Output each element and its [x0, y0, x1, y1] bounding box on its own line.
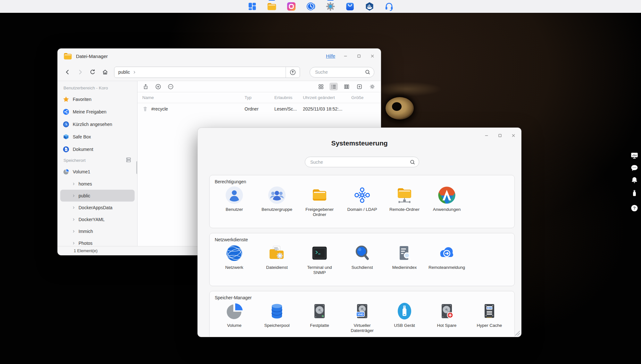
- taskbar-docker[interactable]: [364, 2, 374, 12]
- cp-item-benutzer[interactable]: Benutzer: [216, 186, 253, 212]
- tree-item-label: homes: [79, 181, 92, 186]
- fm-search-box[interactable]: [310, 67, 374, 78]
- cp-item-volume[interactable]: Volume: [216, 302, 253, 328]
- chevron-right-icon[interactable]: [72, 229, 76, 233]
- cp-item-festplatte[interactable]: Festplatte: [301, 302, 338, 328]
- stack-icon[interactable]: [126, 157, 131, 164]
- sidebar-item-favoriten[interactable]: Favoriten: [58, 93, 137, 105]
- side-widget-notifications[interactable]: [629, 176, 639, 185]
- column-view-button[interactable]: [342, 83, 351, 90]
- tree-item-dockerappsdata[interactable]: DockerAppsData: [60, 202, 135, 213]
- chevron-right-icon[interactable]: [72, 194, 76, 198]
- cp-title: Systemsteuerung: [198, 139, 521, 147]
- side-widget-system-monitor[interactable]: [629, 151, 639, 160]
- fm-search-input[interactable]: [314, 69, 365, 75]
- cp-search-input[interactable]: [310, 159, 410, 165]
- chevron-right-icon[interactable]: [72, 218, 76, 221]
- sidebar-item-safe-box[interactable]: Safe Box: [58, 130, 137, 143]
- active-app-indicator: [327, 0, 334, 1]
- maximize-button[interactable]: [497, 133, 503, 138]
- file-manager-titlebar[interactable]: Datei-Manager Hilfe: [58, 49, 381, 63]
- breadcrumb[interactable]: public: [114, 67, 300, 78]
- hyper-cache-icon: SSD: [480, 302, 499, 320]
- taskbar-app-launcher[interactable]: [247, 2, 257, 12]
- cp-item-domain-ldap[interactable]: Domain / LDAP: [344, 186, 381, 212]
- tree-item-dockeryaml[interactable]: DockerYAML: [60, 213, 135, 225]
- tree-item-homes[interactable]: homes: [60, 178, 135, 190]
- cp-item-virtueller-datentr-ger[interactable]: VHDVirtueller Datenträger: [344, 302, 381, 333]
- side-widget-usb-devices[interactable]: [629, 188, 639, 197]
- cp-item-medienindex[interactable]: Medienindex: [386, 244, 423, 270]
- cp-item-dateidienst[interactable]: Dateidienst: [258, 244, 296, 270]
- chevron-right-icon[interactable]: [72, 206, 76, 210]
- cp-item-remote-ordner[interactable]: Remote-Ordner: [386, 186, 423, 212]
- file-row[interactable]: #recycleOrdnerLesen/Sc...2025/11/03 18:5…: [137, 103, 381, 114]
- sidebar-item-label: Kürzlich angesehen: [73, 122, 112, 127]
- cp-item-hot-spare[interactable]: Hot Spare: [428, 302, 465, 328]
- back-chevron-button[interactable]: [64, 69, 71, 76]
- cp-resize-handle[interactable]: [514, 329, 520, 336]
- tree-item-immich[interactable]: Immich: [60, 225, 135, 237]
- grid-view-button[interactable]: [317, 83, 325, 90]
- cp-item-label: Remote-Ordner: [389, 207, 420, 212]
- list-view-button[interactable]: [329, 83, 338, 90]
- share-upload-button[interactable]: [142, 83, 149, 90]
- cp-item-label: Suchdienst: [352, 265, 373, 270]
- sidebar-item-meine-freigaben[interactable]: Meine Freigaben: [58, 105, 137, 118]
- window-title: Datei-Manager: [76, 54, 108, 59]
- cp-item-speicherpool[interactable]: Speicherpool: [258, 302, 296, 328]
- sidebar-item-k-rzlich-angesehen[interactable]: Kürzlich angesehen: [58, 118, 137, 130]
- upload-button[interactable]: [286, 67, 300, 78]
- tree-item-photos[interactable]: Photos: [60, 237, 135, 246]
- cp-item-hyper-cache[interactable]: SSDHyper Cache: [471, 302, 508, 328]
- usb-plug-icon: [630, 189, 638, 197]
- maximize-button[interactable]: [356, 54, 362, 59]
- cp-item-terminal-und-snmp[interactable]: Terminal und SNMP: [301, 244, 338, 275]
- pie-icon: [63, 169, 69, 175]
- column-header-uhrzeit-ge-ndert[interactable]: Uhrzeit geändert: [303, 95, 351, 100]
- add-square-button[interactable]: [355, 83, 363, 90]
- side-widget-help[interactable]: ?: [629, 203, 639, 212]
- taskbar-control-panel[interactable]: [325, 2, 335, 12]
- cp-item-usb-ger-t[interactable]: USB Gerät: [386, 302, 423, 328]
- home-button[interactable]: [102, 69, 109, 76]
- taskbar-backup[interactable]: [306, 2, 316, 12]
- cp-item-anwendungen[interactable]: Anwendungen: [428, 186, 465, 212]
- breadcrumb-segment[interactable]: public: [114, 70, 130, 75]
- sidebar-item-dokument[interactable]: Dokument: [58, 143, 137, 155]
- help-link[interactable]: Hilfe: [326, 54, 335, 59]
- taskbar-file-manager[interactable]: [267, 2, 277, 12]
- tree-item-public[interactable]: public: [60, 190, 135, 202]
- chevron-right-icon[interactable]: [72, 182, 76, 186]
- minimize-button[interactable]: [484, 133, 489, 138]
- chevron-right-icon[interactable]: [72, 241, 76, 245]
- cp-item-freigegebener-ordner[interactable]: Freigegebener Ordner: [301, 186, 338, 217]
- minimize-button[interactable]: [343, 54, 348, 59]
- column-header-typ[interactable]: Typ: [245, 95, 274, 100]
- cp-item-benutzergruppe[interactable]: Benutzergruppe: [258, 186, 296, 212]
- close-button[interactable]: [511, 133, 516, 138]
- search-icon: [410, 159, 415, 165]
- more-circle-button[interactable]: [167, 83, 174, 90]
- applications-icon: [437, 186, 456, 204]
- column-header-name[interactable]: Name: [142, 95, 245, 100]
- view-settings-gear-button[interactable]: [368, 83, 376, 90]
- cp-item-remoteanmeldung[interactable]: Remoteanmeldung: [428, 244, 465, 270]
- sidebar-resize-handle[interactable]: [136, 161, 137, 174]
- taskbar-support[interactable]: [384, 2, 394, 12]
- close-button[interactable]: [370, 54, 375, 59]
- taskbar-app-store[interactable]: [345, 2, 355, 12]
- column-header-erlaubnis[interactable]: Erlaubnis: [274, 95, 303, 100]
- sidebar-item-volume1[interactable]: Volume1: [58, 165, 137, 178]
- monitor-chart-icon: [630, 152, 638, 160]
- column-header-gr-e[interactable]: Größe: [351, 95, 381, 100]
- hot-spare-icon: [437, 302, 456, 320]
- taskbar-photos[interactable]: [286, 2, 296, 12]
- side-widget-messages[interactable]: [629, 163, 639, 172]
- refresh-button[interactable]: [89, 69, 96, 76]
- cp-item-label: Netzwerk: [225, 265, 243, 270]
- cp-item-netzwerk[interactable]: Netzwerk: [216, 244, 253, 270]
- add-circle-button[interactable]: [154, 83, 162, 90]
- cp-item-suchdienst[interactable]: Suchdienst: [344, 244, 381, 270]
- cp-search-box[interactable]: [305, 157, 419, 167]
